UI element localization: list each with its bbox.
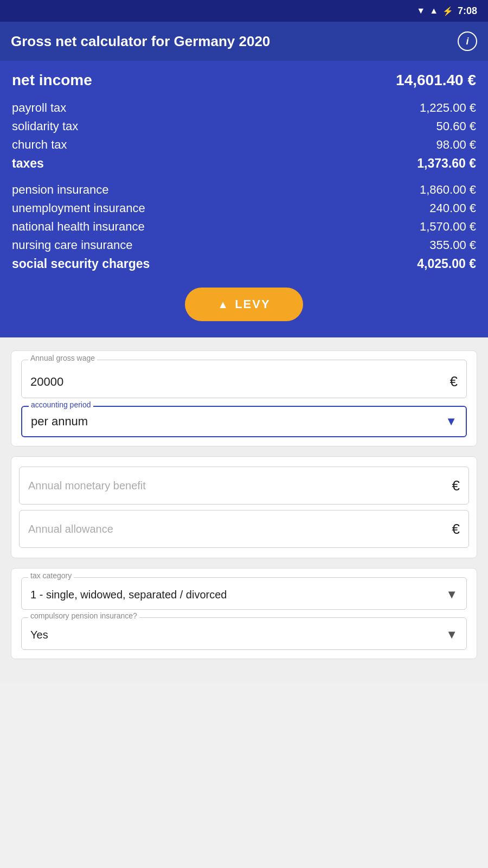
tax-category-value: 1 - single, widowed, separated / divorce… <box>30 589 227 601</box>
net-income-value: 14,601.40 € <box>396 72 476 89</box>
levy-label: LEVY <box>235 297 270 311</box>
levy-button[interactable]: ▲ LEVY <box>185 288 303 321</box>
detail-row-social-security-charges: social security charges 4,025.00 € <box>12 257 476 271</box>
annual-allowance-placeholder: Annual allowance <box>28 523 113 535</box>
church-tax-label: church tax <box>12 138 67 152</box>
detail-row-unemployment-insurance: unemployment insurance 240.00 € <box>12 201 476 215</box>
net-income-label: net income <box>12 72 92 89</box>
battery-icon: ⚡ <box>442 6 453 16</box>
pension-insurance-label: pension insurance <box>12 183 109 197</box>
tax-category-wrapper: tax category 1 - single, widowed, separa… <box>21 577 467 610</box>
nursing-care-insurance-label: nursing care insurance <box>12 238 133 252</box>
detail-row-solidarity-tax: solidarity tax 50.60 € <box>12 119 476 133</box>
national-health-insurance-value: 1,570.00 € <box>420 220 476 234</box>
app-header: Gross net calculator for Germany 2020 i <box>0 22 488 61</box>
compulsory-pension-dropdown-icon: ▼ <box>446 628 458 642</box>
app-title: Gross net calculator for Germany 2020 <box>11 33 270 50</box>
accounting-period-select[interactable]: per annum ▼ <box>31 414 457 429</box>
detail-row-pension-insurance: pension insurance 1,860.00 € <box>12 183 476 197</box>
detail-row-taxes: taxes 1,373.60 € <box>12 156 476 171</box>
status-time: 7:08 <box>458 5 477 17</box>
church-tax-value: 98.00 € <box>436 138 476 152</box>
results-section: net income 14,601.40 € payroll tax 1,225… <box>0 61 488 337</box>
compulsory-pension-value: Yes <box>30 629 48 641</box>
tax-card: tax category 1 - single, widowed, separa… <box>11 568 477 659</box>
taxes-label: taxes <box>12 156 44 171</box>
form-section: Annual gross wage 20000 € accounting per… <box>0 337 488 682</box>
payroll-tax-value: 1,225.00 € <box>420 101 476 115</box>
annual-gross-wage-value[interactable]: 20000 <box>30 375 63 389</box>
social-security-charges-label: social security charges <box>12 257 150 271</box>
net-income-row: net income 14,601.40 € <box>12 72 476 89</box>
compulsory-pension-wrapper: compulsory pension insurance? Yes ▼ <box>21 617 467 650</box>
detail-row-nursing-care-insurance: nursing care insurance 355.00 € <box>12 238 476 252</box>
national-health-insurance-label: national health insurance <box>12 220 145 234</box>
tax-category-select[interactable]: 1 - single, widowed, separated / divorce… <box>30 588 458 602</box>
social-security-charges-value: 4,025.00 € <box>417 257 476 271</box>
solidarity-tax-label: solidarity tax <box>12 119 78 133</box>
annual-gross-wage-float-label: Annual gross wage <box>28 354 97 362</box>
tax-category-dropdown-icon: ▼ <box>446 588 458 602</box>
info-button[interactable]: i <box>458 31 477 51</box>
levy-arrow-icon: ▲ <box>217 298 228 311</box>
gross-wage-card: Annual gross wage 20000 € accounting per… <box>11 350 477 446</box>
accounting-period-wrapper: accounting period per annum ▼ <box>21 406 467 437</box>
annual-gross-wage-group: Annual gross wage 20000 € <box>21 360 467 398</box>
nursing-care-insurance-value: 355.00 € <box>429 238 476 252</box>
wifi-icon: ▼ <box>416 6 425 16</box>
taxes-value: 1,373.60 € <box>417 156 476 171</box>
compulsory-pension-select[interactable]: Yes ▼ <box>30 628 458 642</box>
tax-category-float-label: tax category <box>28 571 74 580</box>
payroll-tax-label: payroll tax <box>12 101 66 115</box>
accounting-period-float-label: accounting period <box>29 400 93 409</box>
annual-allowance-field[interactable]: Annual allowance € <box>19 510 469 548</box>
status-icons: ▼ ▲ ⚡ 7:08 <box>416 5 477 17</box>
allowance-euro-icon: € <box>452 521 460 538</box>
signal-icon: ▲ <box>429 6 438 16</box>
monetary-allowance-card: Annual monetary benefit € Annual allowan… <box>11 456 477 558</box>
pension-insurance-value: 1,860.00 € <box>420 183 476 197</box>
status-bar: ▼ ▲ ⚡ 7:08 <box>0 0 488 22</box>
monetary-benefit-euro-icon: € <box>452 477 460 494</box>
detail-row-national-health-insurance: national health insurance 1,570.00 € <box>12 220 476 234</box>
accounting-period-value: per annum <box>31 414 88 429</box>
gross-wage-euro-icon: € <box>450 373 458 390</box>
accounting-period-dropdown-icon: ▼ <box>445 414 457 429</box>
annual-monetary-benefit-placeholder: Annual monetary benefit <box>28 480 146 492</box>
detail-row-payroll-tax: payroll tax 1,225.00 € <box>12 101 476 115</box>
solidarity-tax-value: 50.60 € <box>436 119 476 133</box>
levy-container: ▲ LEVY <box>12 288 476 321</box>
annual-monetary-benefit-field[interactable]: Annual monetary benefit € <box>19 467 469 505</box>
detail-row-church-tax: church tax 98.00 € <box>12 138 476 152</box>
unemployment-insurance-label: unemployment insurance <box>12 201 145 215</box>
unemployment-insurance-value: 240.00 € <box>429 201 476 215</box>
compulsory-pension-float-label: compulsory pension insurance? <box>28 611 139 620</box>
